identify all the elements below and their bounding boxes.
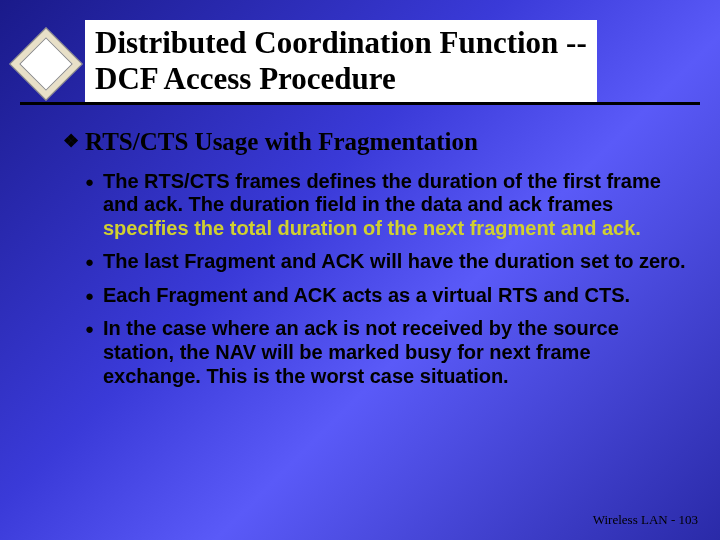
content-area: ❖ RTS/CTS Usage with Fragmentation ● The… (85, 128, 690, 398)
title-bullet-icon (20, 38, 70, 88)
disc-bullet-icon: ● (85, 320, 94, 338)
bullet-text-pre: Each Fragment and ACK acts as a virtual … (103, 284, 630, 306)
subheading: ❖ RTS/CTS Usage with Fragmentation (85, 128, 690, 156)
title-line-2: DCF Access Procedure (95, 61, 396, 96)
disc-bullet-icon: ● (85, 287, 94, 305)
footer-text: Wireless LAN - 103 (593, 512, 698, 527)
subheading-text: RTS/CTS Usage with Fragmentation (85, 128, 478, 155)
title-area: Distributed Coordination Function -- DCF… (85, 20, 690, 103)
list-item: ● The last Fragment and ACK will have th… (103, 250, 690, 274)
bullet-text-pre: In the case where an ack is not received… (103, 317, 619, 386)
list-item: ● Each Fragment and ACK acts as a virtua… (103, 284, 690, 308)
slide-title: Distributed Coordination Function -- DCF… (85, 20, 597, 103)
bullet-text-pre: The last Fragment and ACK will have the … (103, 250, 686, 272)
title-underline (20, 102, 700, 105)
diamond-bullet-icon: ❖ (63, 132, 79, 152)
slide-footer: Wireless LAN - 103 (593, 512, 698, 528)
bullet-text-pre: The RTS/CTS frames defines the duration … (103, 170, 661, 216)
list-item: ● The RTS/CTS frames defines the duratio… (103, 170, 690, 241)
disc-bullet-icon: ● (85, 173, 94, 191)
slide: Distributed Coordination Function -- DCF… (0, 0, 720, 540)
disc-bullet-icon: ● (85, 253, 94, 271)
bullet-text-highlight: specifies the total duration of the next… (103, 217, 641, 239)
title-line-1: Distributed Coordination Function -- (95, 25, 587, 60)
list-item: ● In the case where an ack is not receiv… (103, 317, 690, 388)
